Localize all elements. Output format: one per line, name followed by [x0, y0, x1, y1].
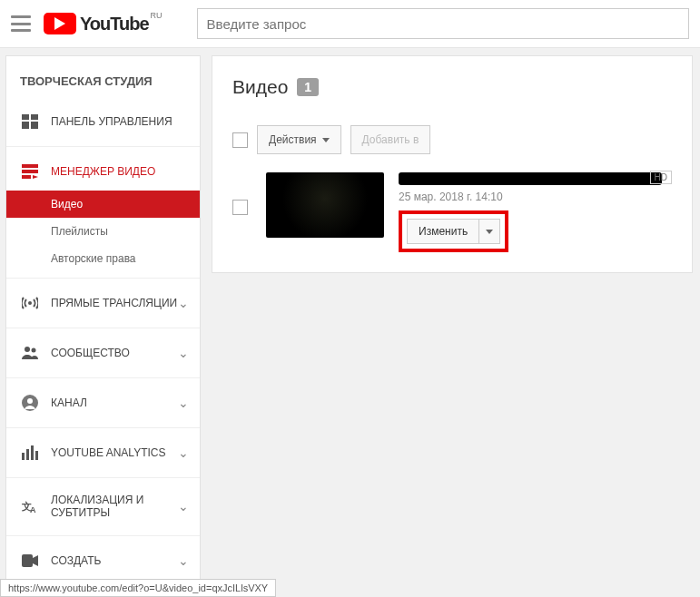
svg-point-11 — [32, 348, 36, 353]
svg-rect-15 — [26, 449, 29, 460]
svg-rect-5 — [22, 164, 38, 168]
create-icon — [20, 553, 40, 569]
svg-rect-6 — [22, 170, 38, 173]
svg-marker-8 — [33, 175, 38, 179]
main: Видео 1 Действия Добавить в HD — [212, 55, 693, 591]
video-row: HD 25 мар. 2018 г. 14:10 Изменить — [232, 172, 672, 252]
toolbar: Действия Добавить в — [232, 125, 672, 154]
actions-button[interactable]: Действия — [257, 125, 341, 154]
edit-dropdown[interactable] — [479, 219, 500, 244]
search-box[interactable] — [197, 8, 689, 39]
sidebar: ТВОРЧЕСКАЯ СТУДИЯ ПАНЕЛЬ УПРАВЛЕНИЯ МЕНЕ… — [5, 55, 201, 591]
sidebar-label: ПАНЕЛЬ УПРАВЛЕНИЯ — [51, 115, 173, 128]
header: YouTube RU — [0, 0, 700, 48]
sidebar-label: СОЗДАТЬ — [51, 554, 101, 567]
sidebar-sub-copyright[interactable]: Авторские права — [6, 245, 200, 272]
sidebar-item-channel[interactable]: КАНАЛ ⌄ — [6, 384, 200, 422]
sidebar-item-localization[interactable]: 文A ЛОКАЛИЗАЦИЯ И СУБТИТРЫ ⌄ — [6, 484, 200, 530]
chevron-down-icon: ⌄ — [178, 445, 189, 460]
channel-icon — [20, 395, 40, 411]
svg-point-10 — [25, 347, 30, 352]
annotation-highlight: Изменить — [399, 210, 508, 252]
chevron-down-icon: ⌄ — [178, 346, 189, 360]
sidebar-label: КАНАЛ — [51, 396, 87, 409]
status-bar-url: https://www.youtube.com/edit?o=U&video_i… — [0, 579, 276, 597]
video-title-redacted[interactable] — [399, 172, 662, 185]
sidebar-label: СООБЩЕСТВО — [51, 347, 130, 359]
svg-point-13 — [27, 398, 33, 404]
sidebar-item-video-manager[interactable]: МЕНЕДЖЕР ВИДЕО — [6, 152, 200, 191]
sidebar-title: ТВОРЧЕСКАЯ СТУДИЯ — [6, 56, 200, 103]
caret-down-icon — [322, 138, 330, 142]
content-panel: Видео 1 Действия Добавить в HD — [212, 55, 693, 273]
add-to-button[interactable]: Добавить в — [350, 125, 431, 154]
locale-badge: RU — [151, 11, 163, 20]
svg-point-9 — [28, 301, 32, 305]
svg-rect-17 — [35, 451, 38, 460]
chevron-down-icon: ⌄ — [178, 296, 189, 310]
dashboard-icon — [20, 113, 40, 130]
svg-rect-3 — [22, 122, 29, 129]
video-count-badge: 1 — [297, 78, 319, 96]
svg-rect-7 — [22, 175, 31, 179]
sidebar-label: ПРЯМЫЕ ТРАНСЛЯЦИИ — [51, 297, 177, 309]
sidebar-sub-videos[interactable]: Видео — [6, 191, 200, 218]
sidebar-label: ЛОКАЛИЗАЦИЯ И СУБТИТРЫ — [51, 494, 186, 520]
video-manager-icon — [20, 163, 40, 180]
edit-button[interactable]: Изменить — [407, 219, 479, 244]
svg-rect-20 — [22, 554, 33, 567]
sidebar-item-analytics[interactable]: YOUTUBE ANALYTICS ⌄ — [6, 434, 200, 472]
hd-badge: HD — [650, 171, 672, 184]
svg-marker-0 — [54, 17, 65, 30]
svg-text:A: A — [30, 505, 36, 514]
chevron-down-icon: ⌄ — [178, 553, 189, 568]
youtube-word: YouTube — [80, 14, 149, 34]
search-input[interactable] — [198, 10, 688, 37]
video-date: 25 мар. 2018 г. 14:10 — [399, 191, 672, 203]
select-all-checkbox[interactable] — [232, 132, 248, 148]
svg-rect-4 — [31, 122, 38, 129]
page-title: Видео 1 — [232, 76, 672, 98]
video-checkbox[interactable] — [232, 200, 248, 215]
video-thumbnail[interactable] — [266, 172, 384, 238]
community-icon — [20, 345, 40, 361]
sidebar-label: МЕНЕДЖЕР ВИДЕО — [51, 165, 155, 178]
sidebar-item-dashboard[interactable]: ПАНЕЛЬ УПРАВЛЕНИЯ — [6, 103, 200, 141]
sidebar-item-community[interactable]: СООБЩЕСТВО ⌄ — [6, 334, 200, 372]
svg-rect-2 — [31, 114, 38, 120]
sidebar-label: YOUTUBE ANALYTICS — [51, 446, 165, 459]
svg-marker-21 — [33, 555, 38, 566]
localization-icon: 文A — [20, 498, 40, 514]
chevron-down-icon: ⌄ — [178, 499, 189, 514]
analytics-icon — [20, 445, 40, 461]
sidebar-item-live[interactable]: ПРЯМЫЕ ТРАНСЛЯЦИИ ⌄ — [6, 284, 200, 322]
svg-rect-1 — [22, 114, 29, 120]
sidebar-sub-playlists[interactable]: Плейлисты — [6, 218, 200, 245]
sidebar-item-create[interactable]: СОЗДАТЬ ⌄ — [6, 542, 200, 580]
menu-icon[interactable] — [11, 15, 31, 32]
svg-rect-14 — [22, 453, 25, 460]
svg-rect-16 — [31, 445, 34, 460]
caret-down-icon — [486, 230, 493, 234]
youtube-logo[interactable]: YouTube RU — [44, 13, 161, 34]
youtube-play-icon — [44, 13, 76, 34]
chevron-down-icon: ⌄ — [178, 396, 189, 410]
live-icon — [20, 295, 40, 311]
